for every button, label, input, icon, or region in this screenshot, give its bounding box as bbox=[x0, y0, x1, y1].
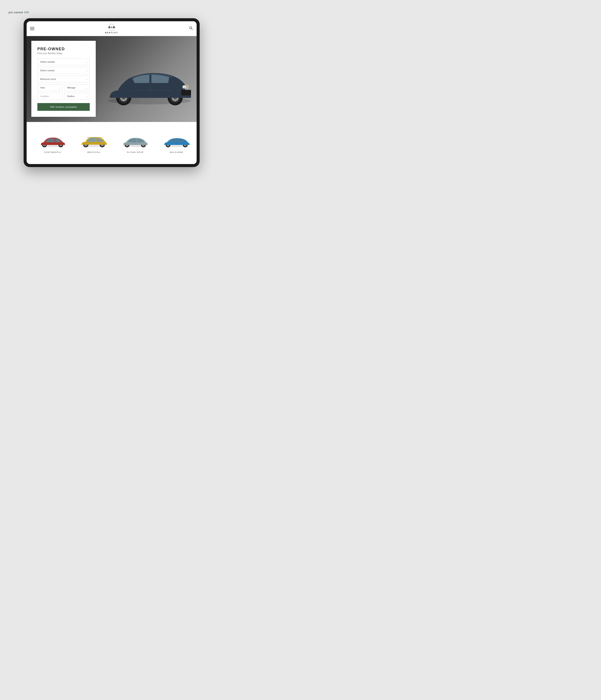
mulsanne-label: MULSANNE bbox=[170, 151, 183, 153]
svg-text:B: B bbox=[111, 26, 112, 29]
bentayga-label: BENTAYGA bbox=[87, 151, 101, 153]
bentayga-car-icon bbox=[79, 133, 109, 148]
page-header: pre owned 009 bbox=[0, 8, 223, 18]
model-select[interactable]: Select models bbox=[37, 58, 90, 65]
form-title: PRE-OWNED bbox=[37, 47, 90, 51]
flying-spur-image bbox=[120, 133, 150, 148]
price-select-wrapper[interactable]: Maximum price ⌄ bbox=[37, 76, 90, 82]
car-model-bentayga[interactable]: BENTAYGA bbox=[75, 133, 114, 153]
car-models-section: CONTINENTAL bbox=[27, 122, 197, 164]
year-select-wrapper[interactable]: Year ⌄ bbox=[37, 84, 63, 91]
tablet-screen: B BENTLEY bbox=[27, 21, 197, 164]
car-models-grid: CONTINENTAL bbox=[33, 133, 196, 153]
bentayga-image bbox=[79, 133, 109, 148]
bentley-badge-icon: B bbox=[108, 23, 115, 31]
bentley-logo[interactable]: B BENTLEY bbox=[105, 23, 118, 34]
location-radius-row: Radius ⌄ bbox=[37, 93, 90, 100]
continental-image bbox=[37, 133, 68, 148]
menu-button[interactable] bbox=[30, 27, 34, 30]
radius-select[interactable]: Radius bbox=[64, 93, 90, 100]
svg-line-4 bbox=[192, 29, 193, 30]
car-model-continental[interactable]: CONTINENTAL bbox=[33, 133, 72, 153]
svg-point-3 bbox=[189, 27, 192, 29]
search-button[interactable]: 209 models available bbox=[37, 103, 90, 111]
hero-car-image: B bbox=[98, 43, 197, 116]
svg-rect-34 bbox=[181, 90, 191, 96]
flying-spur-label: FLYING SPUR bbox=[127, 151, 143, 153]
year-select[interactable]: Year bbox=[37, 84, 63, 91]
hero-section: B PRE-OWNED Find your Bentley today Sele… bbox=[27, 36, 197, 122]
car-model-mulsanne[interactable]: MULSANNE bbox=[157, 133, 197, 153]
browser-nav: B BENTLEY bbox=[27, 21, 197, 36]
tablet-frame: B BENTLEY bbox=[24, 18, 200, 167]
page-count: 009 bbox=[24, 11, 29, 14]
price-select[interactable]: Maximum price bbox=[37, 76, 90, 82]
mulsanne-image bbox=[162, 133, 192, 148]
continental-car-icon bbox=[37, 133, 68, 148]
year-mileage-row: Year ⌄ Mileage ⌄ bbox=[37, 84, 90, 91]
flying-spur-car-icon bbox=[120, 133, 150, 148]
mulsanne-car-icon bbox=[162, 133, 192, 148]
brand-name: BENTLEY bbox=[105, 31, 118, 34]
page-title: pre owned bbox=[8, 11, 23, 14]
variant-select[interactable]: Select variant bbox=[37, 67, 90, 74]
search-form-card: PRE-OWNED Find your Bentley today Select… bbox=[31, 41, 96, 117]
search-button-nav[interactable] bbox=[189, 26, 193, 31]
search-icon bbox=[189, 26, 193, 30]
mileage-select-wrapper[interactable]: Mileage ⌄ bbox=[64, 84, 90, 91]
svg-text:B: B bbox=[184, 86, 185, 88]
variant-select-wrapper[interactable]: Select variant ⌄ bbox=[37, 67, 90, 74]
form-subtitle: Find your Bentley today bbox=[37, 52, 90, 54]
continental-label: CONTINENTAL bbox=[44, 151, 61, 153]
car-model-flying-spur[interactable]: FLYING SPUR bbox=[116, 133, 155, 153]
mileage-select[interactable]: Mileage bbox=[64, 84, 90, 91]
model-select-wrapper[interactable]: Select models ⌄ bbox=[37, 58, 90, 65]
radius-select-wrapper[interactable]: Radius ⌄ bbox=[64, 93, 90, 100]
location-input[interactable] bbox=[37, 93, 63, 100]
location-input-wrapper[interactable] bbox=[37, 93, 63, 100]
